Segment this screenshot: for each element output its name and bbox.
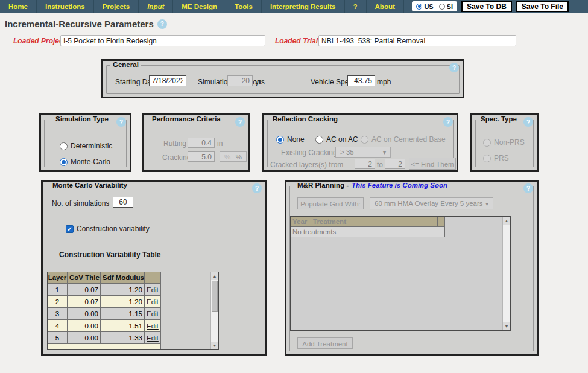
top-nav-bar: Home Instructions Projects Input ME Desi…: [0, 0, 588, 13]
nav-item-help[interactable]: ?: [345, 0, 367, 13]
scroll-thumb[interactable]: [212, 281, 218, 312]
rutting-unit-label: in: [217, 139, 223, 148]
general-panel: General ? Starting Date Simulation Durat…: [101, 59, 464, 98]
cell-layer: 1: [48, 284, 68, 296]
mr-planning-legend-text: M&R Planning -: [297, 182, 349, 189]
edit-link[interactable]: Edit: [147, 334, 159, 342]
header-year: Year: [291, 217, 311, 227]
page-title-row: Incremental-Recursive Parameters ?: [5, 19, 167, 29]
header-sdf-modulus: Sdf Modulus: [101, 272, 145, 284]
scroll-up-icon[interactable]: ▲: [211, 272, 218, 280]
spec-type-legend: Spec. Type: [478, 115, 519, 123]
header-cov-thick: CoV Thick: [68, 272, 101, 284]
deterministic-label: Deterministic: [71, 142, 112, 150]
populate-grid-button: Populate Grid With:: [297, 197, 364, 209]
cell-cov: 0.07: [68, 296, 101, 308]
treatments-table-header: Year Treatment: [291, 217, 510, 227]
reflection-none-label: None: [287, 135, 305, 144]
nav-item-me-design[interactable]: ME Design: [173, 0, 226, 13]
title-help-icon[interactable]: ?: [157, 19, 167, 29]
nav-item-projects[interactable]: Projects: [94, 0, 139, 13]
table-row: 2 0.07 1.20 Edit: [48, 296, 218, 308]
cell-sdf: 1.33: [101, 332, 145, 344]
starting-date-field[interactable]: [149, 75, 186, 86]
table-row: 3 0.00 1.15 Edit: [48, 308, 218, 320]
edit-link[interactable]: Edit: [147, 286, 159, 293]
units-radio-si[interactable]: SI: [439, 3, 453, 10]
loaded-project-field[interactable]: [60, 35, 265, 46]
cell-sdf: 1.15: [101, 308, 145, 320]
rutting-label: Rutting: [163, 139, 186, 148]
table-row-partial: [48, 344, 161, 349]
simulation-type-help-icon[interactable]: ?: [116, 117, 126, 127]
ac-on-ac-radio[interactable]: AC on AC: [315, 135, 358, 144]
units-radio-us[interactable]: US: [416, 3, 433, 10]
cracked-from-field: [355, 159, 375, 169]
spec-type-help-icon[interactable]: ?: [523, 117, 533, 127]
cracking-unit-option: %: [236, 153, 242, 161]
mr-planning-panel: M&R Planning -This Feature is Coming Soo…: [285, 180, 539, 356]
construction-table-header: Layer CoV Thick Sdf Modulus: [48, 272, 218, 284]
edit-link[interactable]: Edit: [147, 322, 159, 330]
cell-sdf: 1.20: [101, 296, 145, 308]
rutting-field: [188, 138, 215, 148]
populate-grid-dropdown: 60 mm HMA Overlay Every 5 years ▾: [370, 197, 493, 209]
simulations-field[interactable]: [113, 197, 133, 208]
performance-criteria-panel: Performance Criteria ? Rutting in Cracki…: [142, 113, 250, 172]
vehicle-speed-field[interactable]: [347, 75, 375, 86]
save-to-file-button[interactable]: Save To File: [516, 1, 569, 12]
nav-item-about[interactable]: About: [367, 0, 404, 13]
edit-link[interactable]: Edit: [147, 310, 159, 317]
radio-us-icon: [416, 4, 422, 10]
deterministic-radio-icon: [60, 142, 68, 150]
deterministic-radio[interactable]: Deterministic: [60, 142, 112, 150]
mr-table-header-spacer: [438, 217, 445, 227]
treatments-table: Year Treatment No treatments ▲ ▼: [290, 216, 511, 331]
coming-soon-label: This Feature is Coming Soon: [352, 182, 447, 189]
cracking-unit-box: % %: [220, 151, 247, 162]
scroll-down-icon[interactable]: ▼: [211, 342, 218, 349]
nav-item-input[interactable]: Input: [139, 0, 173, 13]
cell-cov: 0.07: [68, 284, 101, 296]
monte-carlo-help-icon[interactable]: ?: [252, 183, 262, 193]
chevron-down-icon: ▾: [383, 149, 386, 156]
save-to-db-button[interactable]: Save To DB: [461, 1, 512, 12]
existing-cracking-value: > 35: [340, 148, 354, 156]
construction-variability-checkbox[interactable]: ✓ Construction variability: [66, 225, 150, 233]
reflection-cracking-help-icon[interactable]: ?: [443, 117, 453, 127]
simulation-type-panel: Simulation Type ? Deterministic Monte-Ca…: [39, 113, 131, 172]
loaded-trial-field[interactable]: [318, 35, 516, 46]
cell-layer: 3: [48, 308, 68, 320]
reflection-cracking-panel: Reflection Cracking ? None AC on AC AC o…: [262, 113, 458, 172]
table-row: 4 0.00 1.51 Edit: [48, 320, 218, 332]
checkbox-check-icon: ✓: [66, 225, 74, 233]
nav-item-home[interactable]: Home: [0, 0, 37, 13]
monte-carlo-legend: Monte Carlo Variability: [50, 182, 130, 189]
performance-criteria-help-icon[interactable]: ?: [235, 117, 245, 127]
reflection-none-radio-icon: [276, 136, 284, 144]
edit-link[interactable]: Edit: [147, 298, 159, 305]
units-us-label: US: [424, 3, 433, 10]
monte-carlo-radio[interactable]: Monte-Carlo: [60, 158, 110, 166]
scroll-down-icon[interactable]: ▼: [503, 322, 510, 330]
nav-item-interpreting-results[interactable]: Interpreting Results: [262, 0, 345, 13]
treatments-empty-row: No treatments: [291, 227, 510, 237]
cell-cov: 0.00: [68, 320, 101, 332]
construction-variability-table: Layer CoV Thick Sdf Modulus 1 0.07 1.20 …: [47, 272, 219, 350]
mr-planning-help-icon[interactable]: ?: [523, 183, 533, 193]
construction-table-scrollbar[interactable]: ▲ ▼: [210, 272, 218, 349]
populate-grid-value: 60 mm HMA Overlay Every 5 years: [375, 200, 483, 207]
nav-item-instructions[interactable]: Instructions: [37, 0, 94, 13]
table-row: 5 0.00 1.33 Edit: [48, 332, 218, 344]
construction-variability-label: Construction variability: [77, 225, 150, 233]
reflection-none-radio[interactable]: None: [276, 135, 305, 144]
treatments-table-scrollbar[interactable]: ▲ ▼: [502, 217, 510, 330]
header-treatment: Treatment: [311, 217, 438, 227]
nav-item-tools[interactable]: Tools: [226, 0, 262, 13]
monte-carlo-variability-panel: Monte Carlo Variability ? No. of simulat…: [41, 180, 267, 356]
add-treatment-button: Add Treatment: [297, 337, 353, 349]
general-help-icon[interactable]: ?: [449, 63, 459, 72]
simulations-label: No. of simulations: [52, 199, 109, 208]
units-toggle: US SI: [412, 1, 457, 11]
scroll-up-icon[interactable]: ▲: [503, 217, 510, 225]
